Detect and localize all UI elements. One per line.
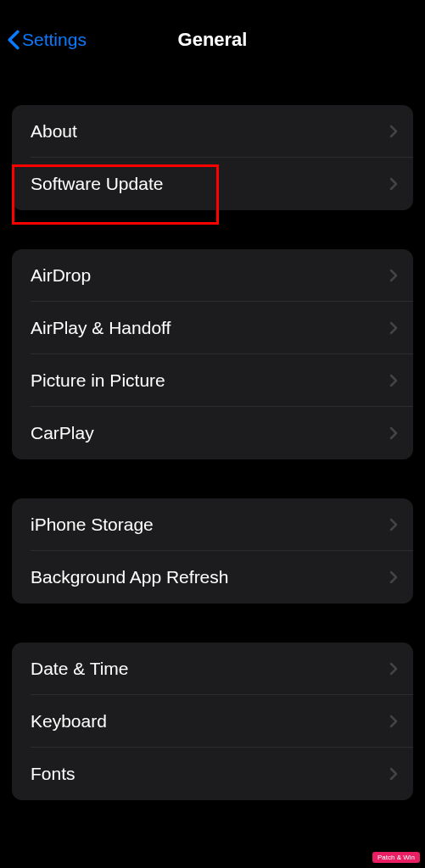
row-keyboard[interactable]: Keyboard [12,695,413,748]
content-area: AboutSoftware UpdateAirDropAirPlay & Han… [0,105,425,800]
chevron-right-icon [389,125,398,138]
row-label: iPhone Storage [31,515,154,535]
back-label: Settings [22,30,87,50]
settings-group: iPhone StorageBackground App Refresh [12,498,413,604]
row-label: CarPlay [31,423,94,443]
row-label: AirPlay & Handoff [31,318,171,338]
chevron-right-icon [389,269,398,282]
chevron-right-icon [389,321,398,335]
row-label: Date & Time [31,659,129,679]
header-bar: Settings General [0,15,425,70]
row-carplay[interactable]: CarPlay [12,407,413,459]
row-label: Fonts [31,764,75,784]
settings-group: AboutSoftware Update [12,105,413,210]
chevron-right-icon [389,767,398,781]
chevron-right-icon [389,426,398,440]
row-about[interactable]: About [12,105,413,158]
row-fonts[interactable]: Fonts [12,748,413,800]
chevron-right-icon [389,374,398,387]
row-airplay-handoff[interactable]: AirPlay & Handoff [12,302,413,354]
row-label: Keyboard [31,711,107,732]
row-background-app-refresh[interactable]: Background App Refresh [12,551,413,604]
row-iphone-storage[interactable]: iPhone Storage [12,498,413,551]
row-label: About [31,121,77,142]
chevron-left-icon [7,30,20,50]
page-title: General [178,29,248,51]
row-date-time[interactable]: Date & Time [12,643,413,695]
chevron-right-icon [389,715,398,728]
chevron-right-icon [389,518,398,531]
row-label: Picture in Picture [31,370,165,391]
row-label: Background App Refresh [31,567,228,587]
chevron-right-icon [389,662,398,676]
chevron-right-icon [389,177,398,191]
watermark-badge: Patch & Win [372,852,420,863]
row-label: Software Update [31,174,163,194]
row-software-update[interactable]: Software Update [12,158,413,210]
row-picture-in-picture[interactable]: Picture in Picture [12,354,413,407]
chevron-right-icon [389,570,398,584]
settings-group: AirDropAirPlay & HandoffPicture in Pictu… [12,249,413,459]
back-button[interactable]: Settings [7,30,87,50]
row-airdrop[interactable]: AirDrop [12,249,413,302]
settings-group: Date & TimeKeyboardFonts [12,643,413,800]
row-label: AirDrop [31,265,91,286]
